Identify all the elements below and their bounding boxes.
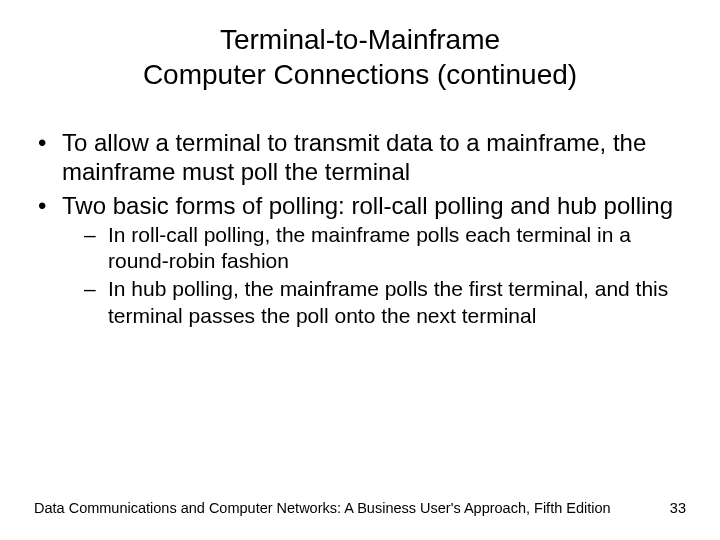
sub-bullet-item: In hub polling, the mainframe polls the …	[62, 276, 680, 329]
footer-source: Data Communications and Computer Network…	[34, 500, 611, 516]
bullet-text: Two basic forms of polling: roll-call po…	[62, 192, 673, 219]
title-line-2: Computer Connections (continued)	[143, 59, 577, 90]
sub-bullet-text: In hub polling, the mainframe polls the …	[108, 277, 668, 326]
sub-bullet-text: In roll-call polling, the mainframe poll…	[108, 223, 631, 272]
title-line-1: Terminal-to-Mainframe	[220, 24, 500, 55]
bullet-item: Two basic forms of polling: roll-call po…	[34, 191, 680, 329]
page-number: 33	[670, 500, 686, 516]
sub-bullet-list: In roll-call polling, the mainframe poll…	[62, 222, 680, 329]
slide: Terminal-to-Mainframe Computer Connectio…	[0, 0, 720, 540]
sub-bullet-item: In roll-call polling, the mainframe poll…	[62, 222, 680, 275]
bullet-text: To allow a terminal to transmit data to …	[62, 129, 646, 185]
bullet-item: To allow a terminal to transmit data to …	[34, 128, 680, 187]
slide-title: Terminal-to-Mainframe Computer Connectio…	[0, 22, 720, 92]
bullet-list: To allow a terminal to transmit data to …	[34, 128, 680, 329]
slide-body: To allow a terminal to transmit data to …	[34, 128, 680, 333]
